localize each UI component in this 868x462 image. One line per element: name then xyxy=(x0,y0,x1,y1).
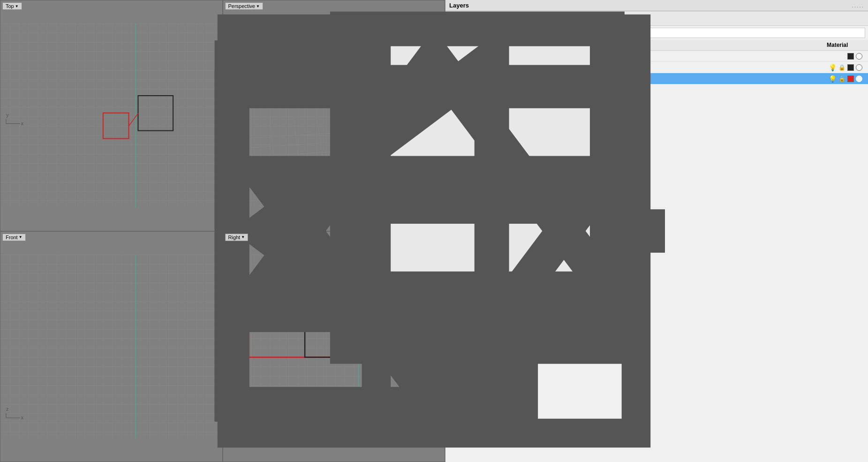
viewport-right-dropdown-arrow: ▼ xyxy=(241,235,245,239)
layers-panel: Layers ..... ✕ 🔧 xyxy=(445,0,868,462)
viewport-perspective-label[interactable]: Perspective ▼ xyxy=(225,2,263,10)
viewport-perspective-dropdown-arrow: ▼ xyxy=(256,4,260,8)
viewport-top-dropdown-arrow: ▼ xyxy=(15,4,19,8)
viewport-front-dropdown-arrow: ▼ xyxy=(19,235,23,239)
layers-toolbar: ✕ 🔧 ? xyxy=(445,11,868,26)
viewport-top-label[interactable]: Top ▼ xyxy=(2,2,22,10)
table-view-button[interactable] xyxy=(527,13,537,23)
svg-rect-72 xyxy=(232,29,636,433)
viewport-front-label[interactable]: Front ▼ xyxy=(2,234,26,241)
viewport-right-label[interactable]: Right ▼ xyxy=(225,234,249,241)
